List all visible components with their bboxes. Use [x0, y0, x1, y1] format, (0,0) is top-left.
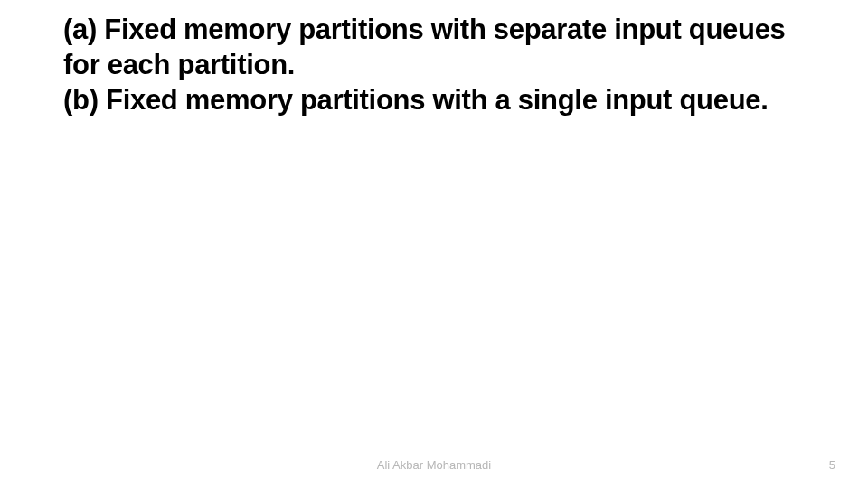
title-line-a: (a) Fixed memory partitions with separat…	[63, 13, 814, 83]
footer-author: Ali Akbar Mohammadi	[0, 458, 868, 472]
slide: (a) Fixed memory partitions with separat…	[0, 0, 868, 488]
footer-page-number: 5	[829, 458, 835, 472]
title-line-b: (b) Fixed memory partitions with a singl…	[63, 83, 814, 118]
slide-title: (a) Fixed memory partitions with separat…	[63, 13, 814, 117]
